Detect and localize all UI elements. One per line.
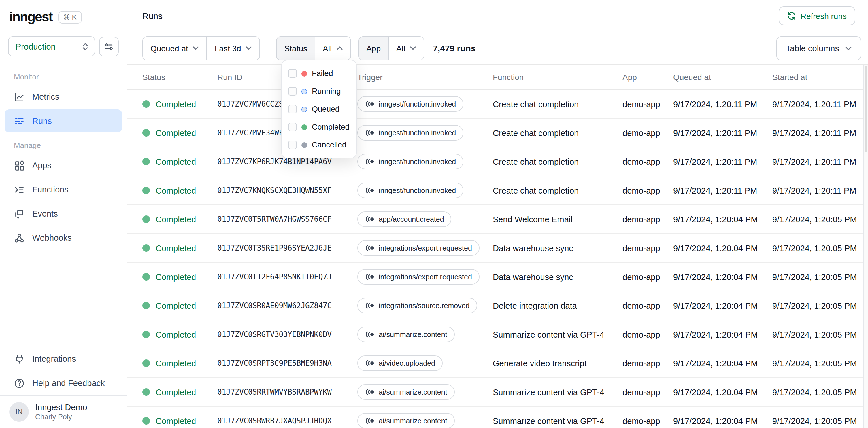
trigger-cell: inngest/function.invoked — [358, 125, 493, 140]
completed-status-dot-icon — [142, 158, 150, 165]
trigger-cell: ai/video.uploaded — [358, 355, 493, 371]
trigger-badge[interactable]: ai/summarize.content — [358, 413, 455, 428]
scrollbar-thumb[interactable] — [865, 66, 867, 152]
event-pulse-icon — [365, 389, 375, 395]
table-columns-button[interactable]: Table columns — [777, 36, 861, 60]
trigger-badge[interactable]: integrations/export.requested — [358, 269, 479, 285]
trigger-badge[interactable]: integrations/export.requested — [358, 240, 479, 256]
table-row[interactable]: Completed 01J7ZVC0T5RTW0A7HGWSS766CF app… — [127, 205, 868, 234]
checkbox[interactable] — [288, 87, 297, 96]
table-row[interactable]: Completed 01J7ZVC0SRGTV303YEBNPNK0DV ai/… — [127, 320, 868, 349]
inngest-logo: inngest — [9, 9, 53, 25]
app-cell: demo-app — [622, 301, 673, 310]
completed-status-dot-icon — [142, 129, 150, 136]
status-filter-value[interactable]: All — [315, 37, 350, 60]
function-cell: Data warehouse sync — [493, 272, 622, 282]
queued-at-cell: 9/17/2024, 1:20:11 PM — [673, 157, 772, 166]
status-option-queued[interactable]: Queued — [282, 100, 356, 118]
environment-name: Production — [16, 42, 56, 51]
sliders-icon — [104, 42, 114, 51]
refresh-runs-button[interactable]: Refresh runs — [779, 6, 855, 25]
table-row[interactable]: Completed 01J7ZVC7KNQKSCXQE3HQWN55XF inn… — [127, 176, 868, 205]
webhooks-icon — [14, 232, 25, 243]
checkbox[interactable] — [288, 69, 297, 78]
function-cell: Create chat completion — [493, 186, 622, 195]
status-cell: Completed — [142, 387, 217, 397]
table-row[interactable]: Completed 01J7ZVC0SRRTWMVYBSRABPWYKW ai/… — [127, 378, 868, 407]
sidebar-item-runs[interactable]: Runs — [5, 109, 122, 132]
environment-filter-button[interactable] — [99, 37, 119, 56]
trigger-badge[interactable]: inngest/function.invoked — [358, 125, 463, 140]
table-row[interactable]: Completed 01J7ZVC7MVF34WF inngest/functi… — [127, 119, 868, 147]
status-option-failed[interactable]: Failed — [282, 65, 356, 83]
cancelled-status-dot-icon — [302, 142, 307, 148]
queued-at-cell: 9/17/2024, 1:20:04 PM — [673, 330, 772, 339]
run-id-cell: 01J7ZVC0T3SRE1P96SYEA2J6JE — [217, 244, 358, 252]
run-id-cell: 01J7ZVC0T12F64P8SNKTT0EQ7J — [217, 272, 358, 281]
queued-at-cell: 9/17/2024, 1:20:11 PM — [673, 128, 772, 137]
trigger-badge[interactable]: inngest/function.invoked — [358, 154, 463, 169]
trigger-badge[interactable]: integrations/source.removed — [358, 298, 477, 314]
metrics-chart-icon — [14, 91, 25, 102]
table-row[interactable]: Completed 01J7ZVC0SRWRB7JXAQSPJJHDQX ai/… — [127, 407, 868, 428]
run-id-cell: 01J7ZVC0SRWRB7JXAQSPJJHDQX — [217, 417, 358, 425]
checkbox[interactable] — [288, 105, 297, 113]
table-row[interactable]: Completed 01J7ZVC0T12F64P8SNKTT0EQ7J int… — [127, 263, 868, 292]
event-pulse-icon — [365, 216, 375, 222]
function-cell: Summarize content via GPT-4 — [493, 330, 622, 339]
checkbox[interactable] — [288, 123, 297, 131]
environment-select[interactable]: Production — [8, 36, 95, 57]
completed-status-dot-icon — [142, 273, 150, 281]
status-cell: Completed — [142, 272, 217, 282]
started-at-cell: 9/17/2024, 1:20:05 PM — [772, 387, 863, 397]
sidebar-item-events[interactable]: Events — [5, 202, 122, 225]
completed-status-dot-icon — [302, 124, 307, 130]
status-cell: Completed — [142, 359, 217, 368]
app-cell: demo-app — [622, 186, 673, 195]
checkbox[interactable] — [288, 140, 297, 149]
col-header-queued-at: Queued at — [673, 72, 772, 81]
table-row[interactable]: Completed 01J7ZVC7KP6RJK74B1NP14PA6V inn… — [127, 147, 868, 176]
functions-icon — [14, 184, 25, 195]
function-cell: Create chat completion — [493, 99, 622, 108]
function-cell: Summarize content via GPT-4 — [493, 387, 622, 397]
command-k-shortcut[interactable]: ⌘K — [58, 11, 82, 23]
trigger-cell: inngest/function.invoked — [358, 154, 493, 169]
sidebar-item-functions[interactable]: Functions — [5, 178, 122, 201]
sidebar-item-webhooks[interactable]: Webhooks — [5, 226, 122, 250]
event-pulse-icon — [365, 158, 375, 165]
sidebar-item-help[interactable]: Help and Feedback — [5, 371, 122, 395]
table-row[interactable]: Completed 01J7ZVC0T3SRE1P96SYEA2J6JE int… — [127, 234, 868, 263]
account-menu[interactable]: IN Inngest Demo Charly Poly — [0, 395, 127, 428]
sidebar-item-integrations[interactable]: Integrations — [5, 348, 122, 370]
status-filter-label: Status — [277, 37, 315, 60]
time-range-filter[interactable]: Last 3d — [207, 37, 260, 60]
trigger-badge[interactable]: ai/summarize.content — [358, 327, 455, 342]
table-header-row: Status Run ID Trigger Function App Queue… — [127, 65, 868, 90]
trigger-badge[interactable]: ai/summarize.content — [358, 384, 455, 400]
table-row[interactable]: Completed 01J7ZVC7MV6CCZS inngest/functi… — [127, 90, 868, 119]
trigger-badge[interactable]: inngest/function.invoked — [358, 183, 463, 198]
plug-icon — [14, 353, 25, 364]
col-header-trigger: Trigger — [358, 72, 493, 81]
col-header-app: App — [622, 72, 673, 81]
trigger-badge[interactable]: app/account.created — [358, 211, 452, 227]
status-option-completed[interactable]: Completed — [282, 118, 356, 136]
status-option-cancelled[interactable]: Cancelled — [282, 136, 356, 154]
running-status-dot-icon — [302, 89, 307, 94]
table-row[interactable]: Completed 01J7ZVC0SR0AE09MW62JGZ847C int… — [127, 292, 868, 320]
sidebar-item-apps[interactable]: Apps — [5, 154, 122, 177]
sidebar-item-metrics[interactable]: Metrics — [5, 85, 122, 108]
table-row[interactable]: Completed 01J7ZVC0SRPT3C9PE5BME9H3NA ai/… — [127, 349, 868, 378]
vertical-scrollbar[interactable] — [863, 65, 868, 428]
status-option-running[interactable]: Running — [282, 83, 356, 100]
app-filter-value[interactable]: All — [388, 37, 424, 60]
trigger-cell: inngest/function.invoked — [358, 183, 493, 198]
queued-at-filter[interactable]: Queued at — [143, 37, 207, 60]
status-cell: Completed — [142, 157, 217, 166]
function-cell: Summarize content via GPT-4 — [493, 416, 622, 425]
trigger-badge[interactable]: inngest/function.invoked — [358, 96, 463, 112]
trigger-badge[interactable]: ai/video.uploaded — [358, 355, 443, 371]
queued-at-cell: 9/17/2024, 1:20:04 PM — [673, 359, 772, 368]
app-cell: demo-app — [622, 128, 673, 137]
